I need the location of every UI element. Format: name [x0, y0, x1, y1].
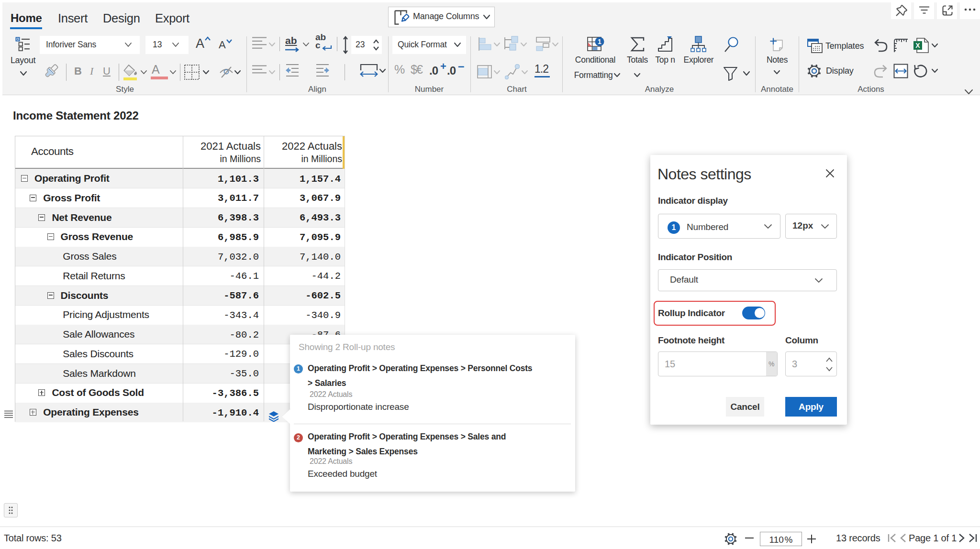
svg-text:X: X	[915, 42, 920, 49]
svg-text:1: 1	[598, 38, 601, 45]
